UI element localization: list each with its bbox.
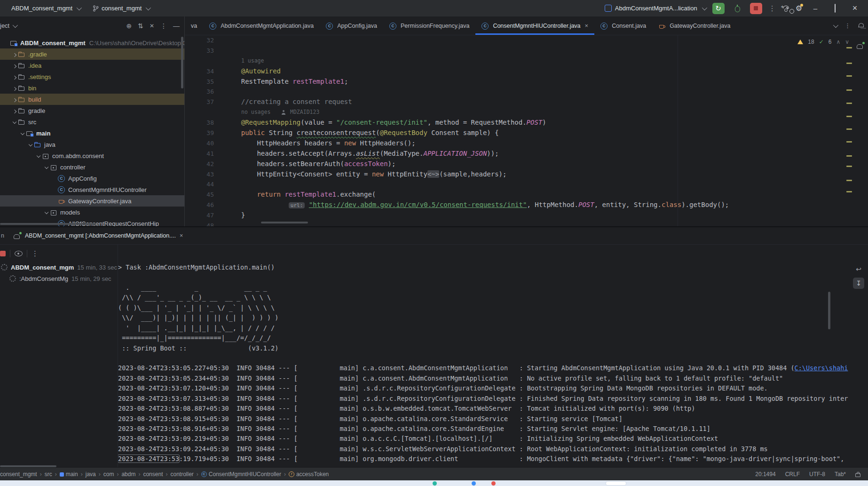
tree-item-build[interactable]: build (0, 94, 184, 105)
close-icon[interactable]: × (585, 22, 589, 29)
file-encoding[interactable]: UTF-8 (809, 471, 825, 478)
line-number[interactable] (185, 107, 225, 118)
tree-item--settings[interactable]: .settings (0, 71, 184, 82)
line-number[interactable]: 35 (185, 77, 225, 87)
tree-item-gatewaycontroller-java[interactable]: GatewayController.java (0, 195, 184, 207)
editor-horizontal-scrollbar[interactable] (261, 222, 308, 223)
tree-item-abdm-consent-mgmt[interactable]: ABDM_consent_mgmtC:\Users\shahi\OneDrive… (0, 37, 184, 48)
scroll-to-end-icon[interactable]: ↧ (853, 278, 864, 289)
hide-panel-icon[interactable]: — (173, 22, 180, 30)
tab-consentmgmnthiucontroller-java[interactable]: ConsentMgmntHIUController.java× (475, 16, 594, 35)
breadcrumb-com[interactable]: com (103, 471, 114, 478)
close-icon[interactable]: × (180, 232, 183, 239)
project-panel-title[interactable]: ject (0, 22, 16, 29)
line-number[interactable]: 43 (185, 169, 225, 180)
stop-button[interactable] (750, 3, 762, 14)
tree-item-appconfig[interactable]: AppConfig (0, 173, 184, 184)
line-number[interactable]: 37 (185, 97, 225, 107)
tree-item-allofconsentrequestconsenthip[interactable]: AllOfConsentRequestConsentHip (0, 218, 184, 226)
tab-abdmconsentmgmtapplication-java[interactable]: AbdmConsentMgmtApplication.java (203, 16, 320, 35)
console-vertical-scrollbar[interactable] (828, 292, 830, 329)
expand-collapse-icon[interactable]: ⇅ (138, 22, 143, 30)
tree-item-main[interactable]: main (0, 127, 184, 139)
line-number[interactable]: 34 (185, 66, 225, 77)
inspection-stripe[interactable] (846, 35, 852, 226)
line-number[interactable]: 40 (185, 138, 225, 149)
breadcrumb-controller[interactable]: controller (170, 471, 193, 478)
run-configuration-selector[interactable]: AbdmConsentMgmtA...lication (605, 5, 706, 12)
line-separator[interactable]: CRLF (785, 471, 800, 478)
run-more-options-icon[interactable]: ⋮ (32, 249, 39, 258)
panel-options-icon[interactable]: ⋮ (160, 22, 167, 30)
project-tree-vertical-scrollbar[interactable] (181, 37, 183, 88)
prev-problem-icon[interactable]: ∧ (836, 39, 840, 45)
breadcrumb-consent[interactable]: consent (143, 471, 163, 478)
tree-item-models[interactable]: models (0, 207, 184, 218)
caret-position[interactable]: 20:1494 (755, 471, 775, 478)
breadcrumb-java[interactable]: java (86, 471, 96, 478)
soft-wrap-icon[interactable]: ↩ (853, 263, 864, 275)
minimize-button[interactable]: – (809, 4, 822, 12)
inspections-widget[interactable]: 18 ✓ 6 ∧ ∨ (797, 39, 849, 45)
line-number[interactable]: 46 (185, 200, 225, 210)
tree-item-controller[interactable]: controller (0, 161, 184, 173)
hidden-tabs-chevron-icon[interactable] (833, 22, 838, 27)
debug-button[interactable] (731, 5, 743, 12)
taskbar-icon[interactable] (472, 481, 476, 486)
line-number[interactable]: 44 (185, 179, 225, 190)
tab-va[interactable]: va (185, 16, 203, 35)
tab-permissionfrequency-java[interactable]: PermissionFrequency.java (383, 16, 475, 35)
run-console-output[interactable]: > Task :AbdmConsentMgmtApplication.main(… (118, 245, 868, 468)
lock-icon[interactable] (855, 472, 860, 477)
settings-button[interactable]: ⚙ (796, 5, 802, 12)
tree-item--gradle[interactable]: .gradle (0, 48, 184, 60)
line-number[interactable] (185, 56, 225, 66)
breadcrumb-abdm[interactable]: abdm (121, 471, 135, 478)
tree-item-com-abdm-consent[interactable]: com.abdm.consent (0, 150, 184, 161)
breadcrumb-main[interactable]: main (60, 471, 78, 478)
code-editor[interactable]: 32331 usage34 @Autowired35 RestTemplate … (185, 35, 868, 226)
tree-item-bin[interactable]: bin (0, 82, 184, 94)
tab-options-icon[interactable]: ⋮ (844, 22, 851, 29)
line-number[interactable]: 39 (185, 128, 225, 138)
tab-appconfig-java[interactable]: AppConfig.java (320, 16, 383, 35)
taskbar-icon[interactable] (606, 482, 626, 485)
tab-consent-java[interactable]: Consent.java (594, 16, 652, 35)
tree-item-consentmgmnthiucontroller[interactable]: ConsentMgmntHIUController (0, 184, 184, 195)
tree-item-gradle[interactable]: gradle (0, 105, 184, 116)
project-tree-horizontal-scrollbar[interactable] (0, 223, 96, 225)
project-selector[interactable]: ABDM_consent_mgmt (11, 5, 80, 12)
collapse-all-icon[interactable]: ✕ (150, 23, 154, 29)
tree-item--idea[interactable]: .idea (0, 60, 184, 71)
run-tab[interactable]: ABDM_consent_mgmt [:AbdmConsentMgmtAppli… (13, 232, 183, 239)
line-number[interactable]: 48 (185, 221, 225, 226)
run-process-root[interactable]: ABDM_consent_mgm 15 min, 33 sec (0, 262, 118, 273)
close-button[interactable]: × (848, 3, 861, 13)
breadcrumb-src[interactable]: src (45, 471, 52, 478)
maximize-button[interactable] (829, 4, 842, 12)
line-number[interactable]: 41 (185, 149, 225, 159)
line-number[interactable]: 45 (185, 190, 225, 200)
stop-process-icon[interactable] (0, 251, 6, 256)
line-number[interactable]: 42 (185, 159, 225, 169)
line-number[interactable]: 38 (185, 118, 225, 128)
breadcrumb-consent_mgmt[interactable]: consent_mgmt (0, 471, 37, 478)
line-number[interactable]: 32 (185, 35, 225, 46)
tree-item-src[interactable]: src (0, 116, 184, 127)
taskbar-icon[interactable] (491, 481, 496, 486)
rerun-button[interactable]: ↻ (712, 3, 725, 14)
notifications-bell-icon[interactable] (858, 23, 864, 29)
indent-style[interactable]: Tab* (835, 471, 846, 478)
breadcrumb-accesstoken[interactable]: accessToken (289, 471, 329, 478)
gradle-tool-icon[interactable] (856, 42, 864, 49)
breadcrumb-consentmgmnthiucontroller[interactable]: ConsentMgmntHIUController (201, 471, 281, 478)
line-number[interactable]: 36 (185, 87, 225, 97)
more-actions-menu[interactable]: ⋮ (769, 4, 776, 13)
run-process-child[interactable]: :AbdmConsentMg 15 min, 29 sec (0, 273, 118, 284)
line-number[interactable]: 47 (185, 210, 225, 221)
tab-gatewaycontroller-java[interactable]: GatewayController.java (652, 16, 736, 35)
show-options-eye-icon[interactable] (15, 251, 23, 256)
tree-item-java[interactable]: java (0, 139, 184, 150)
vcs-branch-selector[interactable]: consent_mgmt (93, 5, 150, 12)
line-number[interactable]: 33 (185, 46, 225, 56)
